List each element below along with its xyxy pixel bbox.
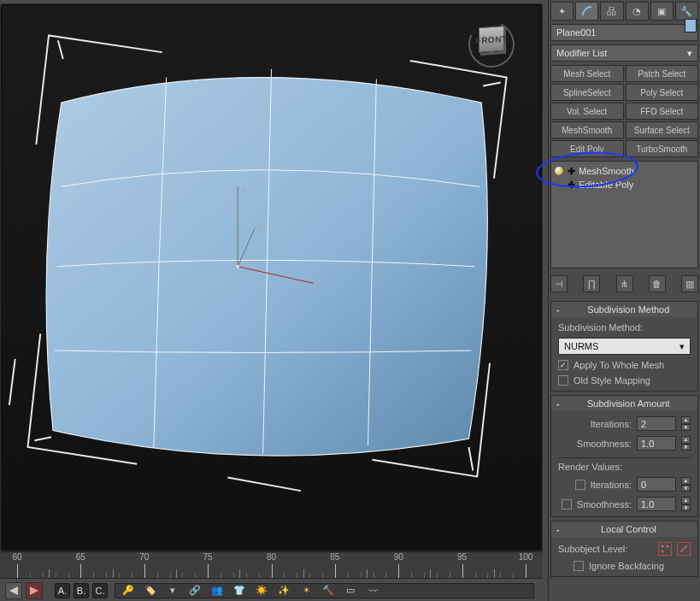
configure-sets-button[interactable]: ▥ <box>681 275 698 292</box>
key-field-b[interactable] <box>74 583 89 598</box>
iterations-label: Iterations: <box>591 419 632 429</box>
viewport[interactable]: x y z FRONT <box>0 3 543 551</box>
render-smoothness-label: Smoothness: <box>577 499 632 510</box>
svg-text:x: x <box>317 279 321 288</box>
key-icon[interactable]: 🔑 <box>121 583 136 598</box>
key-field-c[interactable] <box>92 583 108 598</box>
modifier-preset-button[interactable]: MeshSmooth <box>550 121 624 138</box>
modifier-presets: Mesh SelectPatch SelectSplineSelectPoly … <box>550 65 698 157</box>
key-field-a[interactable] <box>55 583 70 598</box>
smoothness-input[interactable] <box>637 436 676 451</box>
timeline[interactable]: 6065707580859095100 🔑 🏷️ ▾ 🔗 👥 <box>0 551 543 601</box>
ignore-backfacing-label: Ignore Backfacing <box>589 561 664 571</box>
modifier-preset-button[interactable]: Mesh Select <box>550 65 624 82</box>
tag-icon[interactable]: 🏷️ <box>143 583 158 598</box>
subobject-level-label: Subobject Level: <box>558 544 627 554</box>
object-color-swatch[interactable] <box>685 19 697 32</box>
svg-marker-8 <box>30 586 38 595</box>
object-name-field[interactable] <box>550 24 698 41</box>
viewcube[interactable]: FRONT <box>468 21 515 68</box>
tab-display[interactable]: ▣ <box>650 2 674 21</box>
old-style-mapping-label: Old Style Mapping <box>574 375 650 386</box>
stack-item-meshsmooth[interactable]: ✚ MeshSmooth <box>555 164 694 178</box>
modifier-preset-button[interactable]: Edit Poly <box>550 140 624 157</box>
stack-item-editable-poly[interactable]: ✚ Editable Poly <box>555 178 694 191</box>
bulb-icon[interactable] <box>555 167 563 175</box>
spark-icon[interactable]: ✨ <box>276 583 291 598</box>
shirt-icon[interactable]: 👕 <box>232 583 247 598</box>
link-icon[interactable]: 🔗 <box>187 583 203 598</box>
modifier-preset-button[interactable]: FFD Select <box>626 103 699 120</box>
modifier-preset-button[interactable]: Poly Select <box>626 84 699 101</box>
timeline-tick-label: 100 <box>519 552 533 562</box>
svg-text:y: y <box>258 222 262 232</box>
collapse-icon: - <box>556 398 560 409</box>
expand-icon[interactable]: ✚ <box>567 180 575 190</box>
make-unique-button[interactable]: ⋔ <box>616 275 633 292</box>
hammer-icon[interactable]: 🔨 <box>321 583 336 598</box>
render-iterations-checkbox[interactable] <box>575 480 585 490</box>
svg-text:z: z <box>241 184 245 193</box>
remove-modifier-button[interactable]: 🗑 <box>649 275 666 292</box>
rollout-header[interactable]: - Subdivision Amount <box>551 396 697 411</box>
tab-hierarchy[interactable]: 品 <box>600 2 623 21</box>
modifier-preset-button[interactable]: TurboSmooth <box>626 140 699 157</box>
tab-create[interactable]: ✦ <box>550 2 574 21</box>
show-end-result-button[interactable]: ∏ <box>583 275 600 292</box>
sun-icon[interactable]: ☀️ <box>254 583 269 598</box>
subdiv-method-dropdown[interactable]: NURMS ▾ <box>558 338 691 355</box>
chevron-down-icon: ▾ <box>687 48 692 59</box>
collapse-icon: - <box>556 524 560 534</box>
timeline-tick-label: 75 <box>203 552 213 562</box>
timeline-tick-label: 95 <box>457 552 467 562</box>
render-values-label: Render Values: <box>558 457 691 472</box>
render-smoothness-checkbox[interactable] <box>562 499 572 510</box>
rollout-local-control: - Local Control Subobject Level: <box>550 521 698 577</box>
people-icon[interactable]: 👥 <box>209 583 225 598</box>
iterations-spinner[interactable]: ▲▼ <box>681 416 691 431</box>
render-iterations-input[interactable] <box>637 477 676 492</box>
wave-icon[interactable]: 〰 <box>365 583 380 598</box>
timeline-tick-label: 90 <box>394 552 403 562</box>
rollout-header[interactable]: - Subdivision Method <box>551 302 697 317</box>
mesh-canvas[interactable]: x y z <box>3 6 540 549</box>
modifier-preset-button[interactable]: Vol. Select <box>550 103 624 120</box>
timeline-tick-label: 85 <box>330 552 339 562</box>
pin-stack-button[interactable]: ⊣ <box>550 275 568 292</box>
subobject-vertex-button[interactable] <box>658 542 672 556</box>
filter-icon[interactable]: ▾ <box>165 583 180 598</box>
modifier-list-dropdown[interactable]: Modifier List ▾ <box>550 44 698 62</box>
ignore-backfacing-checkbox[interactable] <box>574 561 584 571</box>
apply-whole-mesh-checkbox[interactable] <box>558 360 568 370</box>
playback-prev-button[interactable] <box>5 582 22 599</box>
modifier-preset-button[interactable]: SplineSelect <box>550 84 624 101</box>
tab-motion[interactable]: ◔ <box>626 2 649 21</box>
rollout-title: Local Control <box>565 524 692 534</box>
stack-item-label: Editable Poly <box>579 180 633 190</box>
render-smoothness-spinner[interactable]: ▲▼ <box>681 497 691 511</box>
tab-modify[interactable] <box>575 2 598 21</box>
wand-icon[interactable]: ✶ <box>298 583 314 598</box>
viewcube-face: FRONT <box>479 26 504 53</box>
timeline-tick-label: 80 <box>267 552 276 562</box>
modifier-list-label: Modifier List <box>556 48 607 58</box>
box-icon[interactable]: ▭ <box>343 583 358 598</box>
expand-icon[interactable]: ✚ <box>567 167 575 176</box>
svg-point-11 <box>662 551 664 553</box>
subobject-edge-button[interactable] <box>677 542 691 556</box>
timeline-tick-label: 65 <box>76 552 85 562</box>
svg-point-10 <box>667 545 669 548</box>
old-style-mapping-checkbox[interactable] <box>558 375 568 386</box>
iterations-input[interactable] <box>637 416 676 431</box>
modifier-preset-button[interactable]: Patch Select <box>626 65 699 82</box>
rollout-header[interactable]: - Local Control <box>551 521 697 537</box>
render-smoothness-input[interactable] <box>637 497 676 511</box>
svg-marker-7 <box>9 586 18 595</box>
tab-utilities[interactable]: 🔧 <box>675 2 698 21</box>
playback-play-button[interactable] <box>26 582 43 599</box>
render-iterations-spinner[interactable]: ▲▼ <box>681 477 691 492</box>
smoothness-spinner[interactable]: ▲▼ <box>681 436 691 451</box>
modifier-preset-button[interactable]: Surface Select <box>626 121 699 138</box>
render-iterations-label: Iterations: <box>591 480 632 490</box>
modifier-stack[interactable]: ✚ MeshSmooth ✚ Editable Poly <box>550 161 698 268</box>
